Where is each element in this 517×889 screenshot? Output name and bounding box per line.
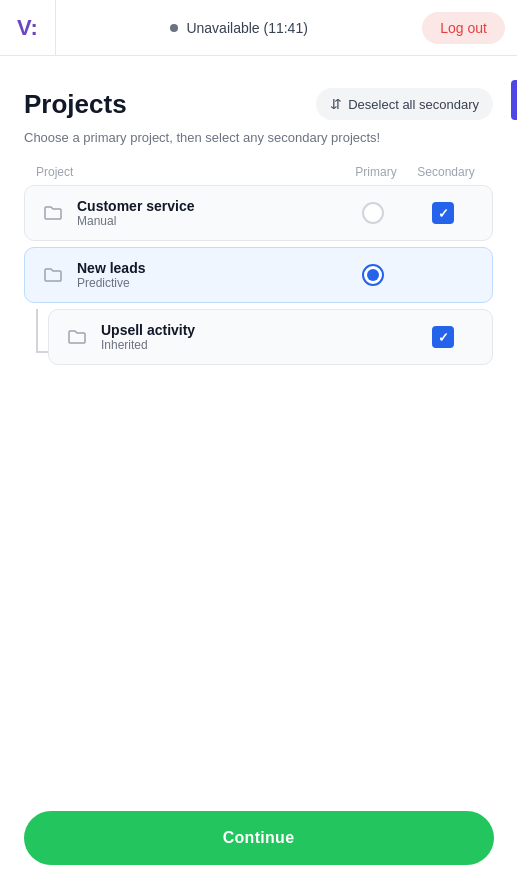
logout-button[interactable]: Log out: [422, 12, 505, 44]
main-content: Projects ⇵ Deselect all secondary Choose…: [0, 56, 517, 465]
radio-button[interactable]: [362, 202, 384, 224]
continue-button-wrapper: Continue: [24, 811, 494, 865]
project-type: Inherited: [101, 338, 338, 352]
col-header-project: Project: [36, 165, 341, 179]
upsell-wrapper: Upsell activity Inherited ✓: [24, 309, 493, 365]
deselect-icon: ⇵: [330, 96, 342, 112]
logo: V:: [0, 0, 56, 56]
indent-line-graphic: [36, 309, 38, 353]
project-list: Customer service Manual ✓ New leads Pr: [24, 185, 493, 365]
radio-inner-dot: [367, 269, 379, 281]
project-info-upsell: Upsell activity Inherited: [101, 322, 338, 352]
indent-line: [24, 309, 48, 365]
deselect-all-button[interactable]: ⇵ Deselect all secondary: [316, 88, 493, 120]
checkmark-icon: ✓: [438, 331, 449, 344]
primary-radio-new-leads[interactable]: [338, 264, 408, 286]
column-headers: Project Primary Secondary: [24, 165, 493, 179]
right-accent-bar: [511, 80, 517, 120]
checkmark-icon: ✓: [438, 207, 449, 220]
col-header-secondary: Secondary: [411, 165, 481, 179]
project-name: Customer service: [77, 198, 338, 214]
project-info-new-leads: New leads Predictive: [77, 260, 338, 290]
project-row-new-leads[interactable]: New leads Predictive: [24, 247, 493, 303]
topbar: V: Unavailable (11:41) Log out: [0, 0, 517, 56]
project-folder-icon: [39, 199, 67, 227]
continue-button[interactable]: Continue: [24, 811, 494, 865]
radio-button[interactable]: [362, 264, 384, 286]
project-info-customer-service: Customer service Manual: [77, 198, 338, 228]
page-header: Projects ⇵ Deselect all secondary: [24, 88, 493, 120]
status-area: Unavailable (11:41): [56, 20, 422, 36]
col-header-primary: Primary: [341, 165, 411, 179]
checkbox[interactable]: ✓: [432, 326, 454, 348]
secondary-checkbox-upsell[interactable]: ✓: [408, 326, 478, 348]
project-row-customer-service[interactable]: Customer service Manual ✓: [24, 185, 493, 241]
project-type: Predictive: [77, 276, 338, 290]
page-title: Projects: [24, 89, 127, 120]
project-folder-icon: [39, 261, 67, 289]
project-row-inner[interactable]: Upsell activity Inherited ✓: [48, 309, 493, 365]
primary-radio-customer-service[interactable]: [338, 202, 408, 224]
project-type: Manual: [77, 214, 338, 228]
checkbox[interactable]: ✓: [432, 202, 454, 224]
project-folder-icon: [63, 323, 91, 351]
deselect-label: Deselect all secondary: [348, 97, 479, 112]
status-text: Unavailable (11:41): [186, 20, 307, 36]
project-name: New leads: [77, 260, 338, 276]
project-name: Upsell activity: [101, 322, 338, 338]
secondary-checkbox-customer-service[interactable]: ✓: [408, 202, 478, 224]
page-subtitle: Choose a primary project, then select an…: [24, 130, 493, 145]
project-row-upsell-activity: Upsell activity Inherited ✓: [48, 309, 493, 365]
status-dot: [170, 24, 178, 32]
